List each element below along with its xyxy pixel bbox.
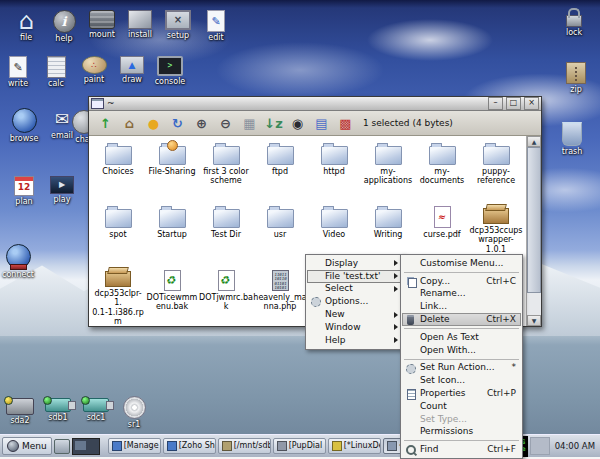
refresh-icon[interactable]: ↻ [170, 115, 185, 132]
menu-separator [404, 328, 519, 329]
menu-item-label: Find [420, 445, 481, 454]
file-my-documents[interactable]: my- documents [415, 137, 469, 200]
menu-item-rename[interactable]: Rename... [402, 288, 521, 301]
desktop-icon-write[interactable]: ✎ write [0, 56, 36, 88]
scroll-down-icon[interactable]: ▼ [527, 315, 541, 326]
file-my-applications[interactable]: my- applications [361, 137, 415, 200]
menu-item-label: Open As Text [420, 333, 510, 342]
file-ftpd[interactable]: ftpd [253, 137, 307, 200]
home-icon[interactable]: ⌂ [122, 115, 137, 132]
menu-item-help[interactable]: Help [307, 334, 403, 347]
desktop-icon-setup[interactable]: × setup [160, 10, 196, 40]
zoom-in-icon[interactable]: ⊕ [194, 115, 209, 132]
menu-item-set-type[interactable]: Set Type... [402, 413, 521, 426]
taskbar-task-mnt-sdb[interactable]: [/mnt/sdb [218, 438, 271, 454]
show-hidden-icon[interactable]: ◉ [290, 115, 305, 132]
desktop-icon-draw[interactable]: ▲ draw [114, 56, 150, 84]
file-heavenly-manna-php[interactable]: heavenly_ma nna.php [253, 263, 307, 326]
menu-item-find[interactable]: Find Ctrl+F [402, 443, 521, 456]
desktop-icon-paint[interactable]: ∴ paint [76, 56, 112, 84]
file-test-dir[interactable]: Test Dir [199, 200, 253, 263]
file-startup[interactable]: Startup [145, 200, 199, 263]
menu-item-customise-menu[interactable]: Customise Menu... [402, 257, 521, 270]
tray-spacer [530, 437, 550, 455]
desktop-icon-help[interactable]: i help [46, 10, 82, 43]
file-file-sharing[interactable]: File-Sharing [145, 137, 199, 200]
menu-item-file-test-txt[interactable]: File 'test.txt' [307, 270, 403, 283]
desktop-icon-play[interactable]: ▶ play [44, 176, 80, 204]
list-view-icon[interactable]: ▤ [314, 115, 329, 132]
desktop-icon-sdb1[interactable]: sdb1 [40, 398, 76, 422]
menu-item-options[interactable]: Options... [307, 295, 403, 308]
file-dotjwmrc-bak[interactable]: DOTjwmrc.ba k [199, 263, 253, 326]
file-name: first 3 color scheme [203, 167, 249, 185]
bookmarks-icon[interactable]: ● [146, 115, 161, 132]
close-button[interactable]: × [524, 97, 539, 110]
file-httpd[interactable]: httpd [307, 137, 361, 200]
desktop-icon-install[interactable]: install [122, 10, 158, 39]
file-spot[interactable]: spot [91, 200, 145, 263]
desktop-icon-connect[interactable]: connect [0, 244, 36, 279]
minimize-button[interactable]: – [488, 97, 503, 110]
desktop-icon-trash[interactable]: trash [554, 122, 590, 156]
desktop-icon-edit[interactable]: ✎ edit [198, 10, 234, 42]
screen-applet-icon[interactable] [54, 439, 70, 454]
menu-item-link[interactable]: Link... [402, 300, 521, 313]
menu-item-shortcut: Ctrl+P [487, 389, 516, 398]
menu-item-copy[interactable]: Copy... Ctrl+C [402, 275, 521, 288]
scrollbar-thumb[interactable] [527, 147, 541, 293]
file-name: puppy- reference [477, 167, 515, 185]
file-dcp353clpr-rpm[interactable]: dcp353clpr-1. 0.1-1.i386.rp m [91, 263, 145, 326]
scrollbar[interactable]: ▲ ▼ [526, 136, 541, 326]
desktop-icon-browse[interactable]: browse [6, 108, 42, 143]
sort-icon[interactable]: ↓z [266, 115, 281, 132]
menu-item-new[interactable]: New [307, 308, 403, 321]
file-first-3-color-scheme[interactable]: first 3 color scheme [199, 137, 253, 200]
props-icon [407, 389, 416, 400]
desktop-icon-label: install [128, 31, 152, 39]
desktop-pager[interactable] [72, 438, 100, 455]
desktop-icon-sdc1[interactable]: sdc1 [78, 398, 114, 422]
desktop-icon-lock[interactable]: lock [556, 6, 592, 37]
menu-item-set-icon[interactable]: Set Icon... [402, 374, 521, 387]
mounted-dot-icon [43, 396, 52, 405]
toolbar-icon: ▦ [243, 117, 255, 130]
taskbar-task-zoho[interactable]: [Zoho She [163, 438, 216, 454]
menu-item-delete[interactable]: Delete Ctrl+X [402, 313, 521, 326]
menu-item-select[interactable]: Select [307, 283, 403, 296]
desktop-icon-zip[interactable]: zip [558, 62, 594, 94]
menu-item-open-with[interactable]: Open With... [402, 344, 521, 357]
menu-item-properties[interactable]: Properties Ctrl+P [402, 387, 521, 400]
desktop-icon-mount[interactable]: mount [84, 10, 120, 39]
menu-item-set-run-action[interactable]: Set Run Action... * [402, 362, 521, 375]
menu-item-display[interactable]: Display [307, 257, 403, 270]
file-doticewmmenu-bak[interactable]: DOTicewmm enu.bak [145, 263, 199, 326]
maximize-button[interactable]: □ [506, 97, 521, 110]
window-titlebar[interactable]: ~ – □ × [89, 97, 541, 111]
file-puppy-reference[interactable]: puppy- reference [469, 137, 523, 200]
desktop-icon-file[interactable]: ⌂ file [8, 10, 44, 42]
taskbar-task-linuxde[interactable]: [*LinuxDe [328, 438, 381, 454]
desktop-icon-plan[interactable]: 12 plan [6, 176, 42, 206]
up-icon[interactable]: ↑ [98, 115, 113, 132]
icons-view-icon[interactable]: ▦ [242, 115, 257, 132]
file-choices[interactable]: Choices [91, 137, 145, 200]
desktop-icon-sr1[interactable]: sr1 [116, 396, 152, 429]
desktop-icon-console[interactable]: > console [152, 56, 188, 86]
menu-item-permissions[interactable]: Permissions [402, 426, 521, 439]
menu-item-count[interactable]: Count [402, 400, 521, 413]
desktop-icon-calc[interactable]: calc [38, 56, 74, 88]
file-name: Video [323, 230, 345, 239]
select-icon[interactable]: ▩ [338, 115, 353, 132]
scroll-up-icon[interactable]: ▲ [527, 136, 541, 147]
menu-button[interactable]: Menu [2, 437, 52, 455]
task-icon [332, 441, 342, 451]
menu-item-window[interactable]: Window [307, 321, 403, 334]
zoom-out-icon[interactable]: ⊖ [218, 115, 233, 132]
desktop-icon-sda2[interactable]: sda2 [2, 398, 38, 425]
menu-item-open-as-text[interactable]: Open As Text [402, 331, 521, 344]
taskbar-task-pupdial[interactable]: [PupDial n [273, 438, 326, 454]
file-icon [105, 204, 132, 228]
file-usr[interactable]: usr [253, 200, 307, 263]
taskbar-task-manage[interactable]: [Manage A [108, 438, 161, 454]
